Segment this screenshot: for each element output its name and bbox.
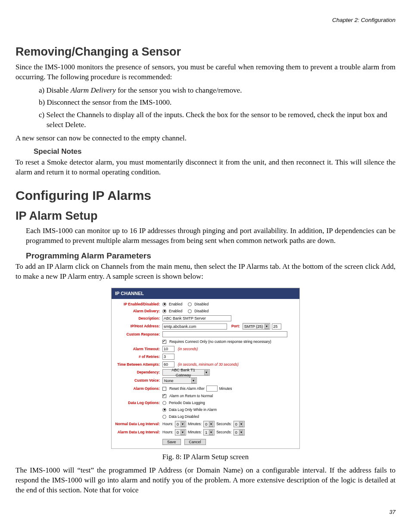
- chevron-down-icon: ▾: [181, 430, 185, 436]
- chevron-down-icon: ▾: [209, 430, 213, 436]
- label-time-between: Time Between Attempts:: [114, 362, 162, 367]
- input-time-between[interactable]: [162, 361, 174, 367]
- label-port: Port:: [229, 324, 241, 329]
- chevron-down-icon: ▾: [239, 430, 243, 436]
- chevron-down-icon: ▾: [265, 324, 269, 330]
- radio-log-only-alarm[interactable]: [162, 408, 166, 412]
- step-a: a) Disable Alarm Delivery for the sensor…: [39, 86, 395, 96]
- radio-delivery-enabled[interactable]: [162, 309, 166, 313]
- heading-removing-changing-sensor: Removing/Changing a Sensor: [16, 44, 395, 59]
- select-port[interactable]: SMTP (25) ▾: [243, 323, 270, 330]
- step-a-post: for the sensor you wish to change/remove…: [116, 86, 242, 94]
- figure-ip-alarm-setup: IP CHANNEL IP Enabled/Disabled: Enabled …: [16, 288, 395, 449]
- chevron-down-icon: ▾: [204, 370, 209, 376]
- label-alarm-delivery: Alarm Delivery:: [114, 309, 162, 314]
- checkbox-requires-connect-label: Requires Connect Only (no custom respons…: [169, 339, 271, 344]
- label-minutes: Minutes:: [188, 422, 202, 426]
- radio-ip-enabled-label: Enabled: [169, 302, 182, 307]
- label-minutes-word: Minutes: [219, 386, 232, 391]
- label-ip-enabled: IP Enabled/Disabled:: [114, 302, 162, 307]
- label-alarm-timeout: Alarm Timeout:: [114, 347, 162, 352]
- label-host: IP/Host Address:: [114, 324, 162, 329]
- ip-setup-paragraph: Each IMS-1000 can monitor up to 16 IP ad…: [26, 226, 395, 246]
- radio-periodic-logging[interactable]: [162, 401, 166, 405]
- select-n-seconds[interactable]: 0▾: [234, 421, 245, 427]
- special-notes-paragraph: To reset a Smoke detector alarm, you mus…: [16, 158, 395, 177]
- hint-between: (in seconds, minimum of 30 seconds): [178, 362, 239, 367]
- select-dependency-value: ABC Bank T1 Gateway: [164, 367, 202, 378]
- figure-caption: Fig. 8: IP Alarm Setup screen: [16, 452, 395, 462]
- label-seconds: Seconds:: [216, 430, 231, 435]
- radio-ip-disabled[interactable]: [188, 302, 192, 306]
- select-a-minutes[interactable]: 1▾: [203, 429, 215, 436]
- chapter-header: Chapter 2: Configuration: [16, 16, 395, 24]
- label-description: Description:: [114, 316, 162, 321]
- select-n-hours[interactable]: 0▾: [175, 421, 186, 427]
- step-b: b) Disconnect the sensor from the IMS-10…: [39, 98, 395, 108]
- ip-channel-panel: IP CHANNEL IP Enabled/Disabled: Enabled …: [111, 288, 300, 449]
- label-log-disabled: Data Log Disabled: [169, 414, 199, 419]
- input-alarm-timeout[interactable]: [162, 346, 174, 352]
- input-port-number[interactable]: [272, 324, 281, 330]
- select-voice-value: None: [164, 378, 174, 383]
- step-c: c) Select the Channels to display all of…: [39, 110, 395, 130]
- input-host-address[interactable]: [162, 324, 227, 330]
- heading-special-notes: Special Notes: [34, 147, 395, 157]
- radio-ip-disabled-label: Disabled: [194, 302, 209, 307]
- select-a-seconds[interactable]: 0▾: [234, 429, 245, 436]
- select-n-minutes[interactable]: 0▾: [203, 421, 215, 427]
- heading-programming-alarm-parameters: Programming Alarm Parameters: [26, 250, 395, 261]
- input-custom-response[interactable]: [162, 331, 287, 337]
- select-custom-voice[interactable]: None ▾: [162, 377, 197, 384]
- input-retries[interactable]: [162, 354, 174, 360]
- label-custom-voice: Custom Voice:: [114, 378, 162, 383]
- checkbox-alarm-on-return[interactable]: [162, 394, 166, 398]
- label-retries: # of Retries:: [114, 355, 162, 359]
- chevron-down-icon: ▾: [239, 422, 243, 427]
- input-reset-minutes[interactable]: [206, 386, 218, 392]
- label-periodic-logging: Periodic Data Logging: [169, 401, 205, 405]
- step-a-italic: Alarm Delivery: [71, 86, 116, 94]
- chevron-down-icon: ▾: [209, 422, 213, 427]
- radio-delivery-disabled-label: Disabled: [194, 309, 209, 314]
- label-reset-after: Reset this Alarm After: [169, 386, 205, 391]
- chevron-down-icon: ▾: [181, 422, 185, 427]
- label-log-only-alarm: Data Log Only While in Alarm: [169, 408, 217, 412]
- heading-ip-alarm-setup: IP Alarm Setup: [16, 208, 395, 224]
- radio-log-disabled[interactable]: [162, 415, 166, 419]
- label-seconds: Seconds:: [216, 422, 231, 426]
- label-alarm-options: Alarm Options:: [114, 386, 162, 391]
- heading-configuring-ip-alarms: Configuring IP Alarms: [16, 187, 395, 205]
- removing-steps-list: a) Disable Alarm Delivery for the sensor…: [16, 86, 395, 131]
- programming-paragraph: To add an IP Alarm click on Channels fro…: [16, 262, 395, 282]
- label-hours: Hours:: [162, 430, 173, 435]
- label-custom-response: Custom Response:: [114, 332, 162, 337]
- label-alarm-interval: Alarm Data Log Interval:: [114, 430, 162, 435]
- step-a-pre: a) Disable: [39, 86, 71, 94]
- label-hours: Hours:: [162, 422, 173, 426]
- select-dependency[interactable]: ABC Bank T1 Gateway ▾: [162, 369, 210, 376]
- checkbox-reset-alarm-after[interactable]: [162, 387, 166, 391]
- radio-delivery-disabled[interactable]: [188, 309, 192, 313]
- chevron-down-icon: ▾: [191, 378, 196, 384]
- radio-ip-enabled[interactable]: [162, 302, 166, 306]
- cancel-button[interactable]: Cancel: [184, 439, 206, 445]
- page-number: 37: [16, 508, 395, 516]
- select-port-value: SMTP (25): [244, 324, 263, 329]
- panel-title: IP CHANNEL: [112, 288, 299, 299]
- removing-after-paragraph: A new sensor can now be connected to the…: [16, 134, 395, 143]
- radio-delivery-enabled-label: Enabled: [169, 309, 182, 314]
- label-datalog-options: Data Log Options:: [114, 401, 162, 405]
- checkbox-requires-connect-only[interactable]: [162, 340, 166, 344]
- input-description[interactable]: [162, 315, 231, 321]
- label-dependency: Dependency:: [114, 370, 162, 375]
- select-a-hours[interactable]: 0▾: [175, 429, 186, 436]
- removing-intro-paragraph: Since the IMS-1000 monitors the presence…: [16, 62, 395, 82]
- label-minutes: Minutes:: [188, 430, 202, 435]
- label-normal-interval: Normal Data Log Interval:: [114, 422, 162, 426]
- save-button[interactable]: Save: [162, 439, 181, 445]
- after-figure-paragraph: The IMS-1000 will “test” the programmed …: [16, 466, 395, 495]
- label-return-normal: Alarm on Return to Normal: [169, 394, 213, 398]
- hint-timeout: (in seconds): [178, 347, 198, 352]
